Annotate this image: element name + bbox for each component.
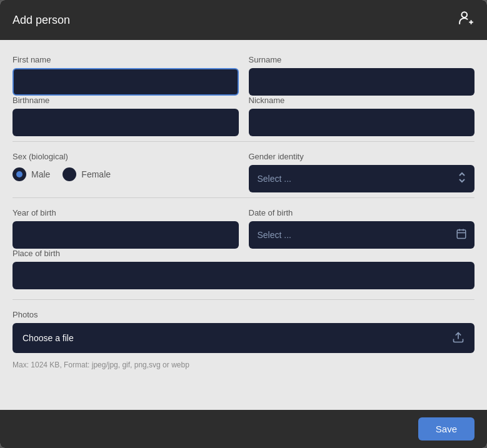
birth-nick-row: Birthname Nickname — [13, 96, 474, 136]
svg-point-0 — [461, 12, 467, 17]
place-of-birth-group: Place of birth — [13, 249, 474, 289]
first-name-group: First name — [13, 55, 239, 96]
sex-label: Sex (biological) — [13, 152, 239, 161]
gender-select-wrapper: Select ... — [249, 165, 475, 192]
choose-file-button[interactable]: Choose a file — [13, 323, 474, 353]
modal-footer: Save — [0, 410, 487, 448]
gender-identity-label: Gender identity — [249, 152, 475, 161]
modal-title: Add person — [13, 14, 70, 27]
year-of-birth-input[interactable] — [13, 221, 239, 249]
birthname-label: Birthname — [13, 96, 239, 105]
sex-female-option[interactable]: Female — [63, 167, 111, 181]
photos-label: Photos — [13, 310, 474, 319]
sex-male-option[interactable]: Male — [13, 167, 50, 181]
date-of-birth-select[interactable]: Select ... — [249, 221, 475, 249]
date-of-birth-group: Date of birth Select ... — [249, 208, 475, 249]
year-of-birth-group: Year of birth — [13, 208, 239, 249]
nickname-input[interactable] — [249, 109, 475, 136]
choose-file-label: Choose a file — [23, 333, 74, 343]
modal-body: First name Surname Birthname Nickname — [0, 40, 487, 410]
male-radio-label: Male — [31, 169, 50, 179]
female-radio-dot[interactable] — [63, 167, 76, 181]
upload-icon — [452, 331, 464, 346]
surname-label: Surname — [249, 55, 475, 64]
male-radio-dot[interactable] — [13, 167, 26, 181]
gender-identity-select[interactable]: Select ... — [249, 165, 475, 192]
divider-3 — [13, 299, 474, 300]
date-of-birth-label: Date of birth — [249, 208, 475, 217]
file-hint: Max: 1024 KB, Format: jpeg/jpg, gif, png… — [13, 361, 474, 369]
date-select-wrapper: Select ... — [249, 221, 475, 249]
year-date-row: Year of birth Date of birth Select ... — [13, 208, 474, 249]
nickname-label: Nickname — [249, 96, 475, 105]
divider-2 — [13, 197, 474, 198]
place-of-birth-input[interactable] — [13, 262, 474, 289]
gender-identity-group: Gender identity Select ... — [249, 152, 475, 192]
first-name-label: First name — [13, 55, 239, 64]
surname-input[interactable] — [249, 68, 475, 96]
place-of-birth-label: Place of birth — [13, 249, 474, 258]
nickname-group: Nickname — [249, 96, 475, 136]
year-of-birth-label: Year of birth — [13, 208, 239, 217]
female-radio-label: Female — [81, 169, 111, 179]
photos-group: Photos Choose a file Max: 1024 KB, Forma… — [13, 310, 474, 369]
name-row: First name Surname — [13, 55, 474, 96]
modal-header: Add person — [0, 0, 487, 40]
birthname-group: Birthname — [13, 96, 239, 136]
divider-1 — [13, 141, 474, 142]
sex-radio-group: Male Female — [13, 167, 239, 181]
add-person-modal: Add person First name Surname — [0, 0, 487, 448]
first-name-input[interactable] — [13, 68, 239, 96]
add-person-icon[interactable] — [458, 10, 474, 30]
sex-group: Sex (biological) Male Female — [13, 152, 239, 192]
surname-group: Surname — [249, 55, 475, 96]
birthname-input[interactable] — [13, 109, 239, 136]
save-button[interactable]: Save — [418, 417, 474, 441]
sex-gender-row: Sex (biological) Male Female Gender iden… — [13, 152, 474, 192]
